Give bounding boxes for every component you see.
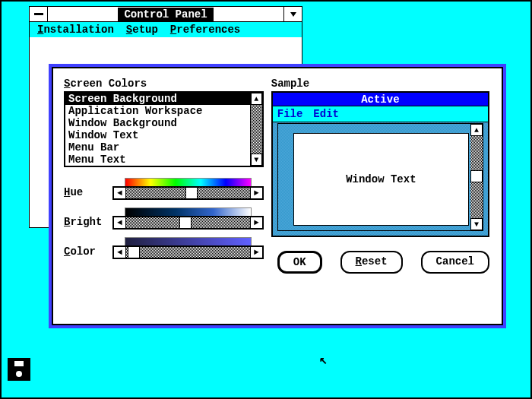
- list-item[interactable]: Application Workspace: [65, 105, 250, 117]
- scrollbar-thumb: [470, 170, 483, 182]
- menubar[interactable]: Installation Setup Preferences: [30, 22, 302, 37]
- list-item[interactable]: Screen Background: [65, 93, 250, 105]
- sample-title: Active: [356, 93, 404, 106]
- slider-thumb[interactable]: [179, 217, 192, 228]
- sample-window-text: Window Text: [346, 173, 416, 185]
- list-item[interactable]: Menu Bar: [65, 141, 250, 154]
- slider-thumb[interactable]: [185, 188, 198, 198]
- bright-label: Bright: [64, 216, 108, 230]
- color-slider[interactable]: ◄ ►: [112, 245, 264, 259]
- hue-label: Hue: [64, 186, 108, 200]
- arrow-right-icon[interactable]: ►: [250, 188, 262, 198]
- list-item[interactable]: Menu Text: [65, 154, 250, 166]
- screen-colors-dialog: Screen Colors Screen Background Applicat…: [52, 67, 503, 325]
- scroll-down-icon[interactable]: ▼: [251, 154, 262, 166]
- arrow-left-icon[interactable]: ◄: [114, 247, 126, 258]
- list-item[interactable]: Window Background: [65, 117, 250, 129]
- minimize-button[interactable]: [283, 7, 302, 21]
- arrow-right-icon[interactable]: ►: [250, 247, 262, 258]
- sample-preview: Active File Edit Window Text ▲ ▼: [271, 91, 489, 237]
- sample-menu-file: File: [277, 108, 303, 120]
- reset-button[interactable]: Reset: [340, 251, 403, 274]
- floppy-disk-icon[interactable]: [8, 358, 30, 381]
- scroll-down-icon: ▼: [470, 218, 483, 230]
- menu-installation[interactable]: Installation: [37, 24, 114, 36]
- arrow-left-icon[interactable]: ◄: [114, 188, 126, 198]
- sample-menu-edit: Edit: [313, 108, 339, 120]
- scroll-up-icon: ▲: [470, 124, 483, 136]
- cancel-button[interactable]: Cancel: [421, 251, 489, 274]
- system-menu-icon[interactable]: [30, 7, 48, 21]
- sample-titlebar: Active: [273, 93, 488, 106]
- sample-label: Sample: [271, 78, 489, 90]
- screen-colors-label: Screen Colors: [64, 78, 264, 90]
- arrow-right-icon[interactable]: ►: [250, 217, 262, 228]
- color-label: Color: [64, 245, 108, 259]
- ok-button[interactable]: OK: [277, 251, 322, 274]
- sample-menubar: File Edit: [273, 106, 488, 122]
- listbox-scrollbar[interactable]: ▲ ▼: [250, 93, 262, 166]
- scroll-up-icon[interactable]: ▲: [251, 93, 262, 105]
- bright-slider[interactable]: ◄ ►: [112, 216, 264, 230]
- list-item[interactable]: Window Text: [65, 129, 250, 141]
- sample-scrollbar: ▲ ▼: [470, 124, 483, 230]
- titlebar[interactable]: Control Panel: [30, 7, 302, 22]
- hue-slider[interactable]: ◄ ►: [112, 186, 264, 200]
- window-title: Control Panel: [118, 8, 213, 21]
- desktop: Control Panel Installation Setup Prefere…: [2, 2, 530, 397]
- menu-preferences[interactable]: Preferences: [170, 24, 240, 36]
- slider-thumb[interactable]: [128, 247, 140, 258]
- title-area: Control Panel: [48, 7, 283, 21]
- menu-setup[interactable]: Setup: [126, 24, 158, 36]
- color-items-listbox[interactable]: Screen Background Application Workspace …: [64, 91, 264, 167]
- arrow-left-icon[interactable]: ◄: [114, 217, 126, 228]
- cursor-icon: ↖: [319, 351, 328, 368]
- sample-window-body: Window Text: [293, 133, 469, 226]
